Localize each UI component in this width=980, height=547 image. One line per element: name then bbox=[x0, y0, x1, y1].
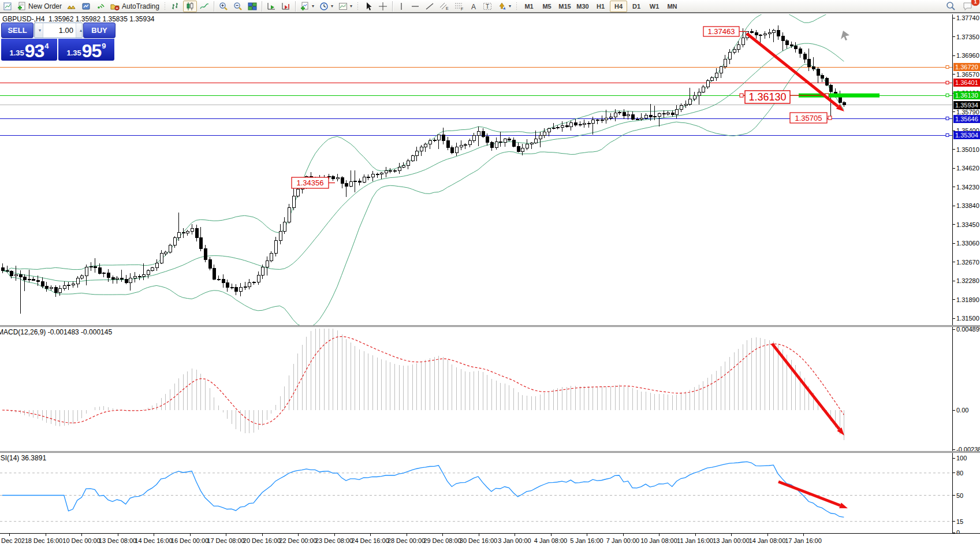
periods-button[interactable]: ▾ bbox=[317, 1, 336, 12]
zoom-out-icon bbox=[233, 2, 243, 11]
line-chart-icon bbox=[200, 2, 209, 11]
new-order-button[interactable]: New Order bbox=[15, 1, 64, 12]
time-label: 14 Jan 08:00 bbox=[749, 537, 786, 544]
horizontal-line-tool-button[interactable] bbox=[408, 1, 422, 12]
svg-text:T: T bbox=[486, 3, 489, 10]
crosshair-icon bbox=[378, 2, 387, 11]
text-tool-button[interactable]: A bbox=[467, 1, 480, 12]
time-tick bbox=[659, 534, 659, 536]
templates-button[interactable]: ▾ bbox=[336, 1, 355, 12]
buy-button[interactable]: BUY bbox=[83, 23, 115, 38]
volume-input[interactable] bbox=[43, 23, 76, 38]
tile-windows-button[interactable] bbox=[245, 1, 259, 12]
trend-arrow bbox=[772, 344, 839, 429]
time-tick bbox=[370, 534, 371, 536]
price-axis[interactable]: 1.377401.373501.369601.365701.361801.357… bbox=[952, 14, 979, 533]
vertical-line-tool-button[interactable] bbox=[395, 1, 408, 12]
rsi-pane[interactable]: RSI(14) 36.3891 bbox=[0, 453, 953, 533]
time-label: 3 Jan 00:00 bbox=[498, 537, 531, 544]
pane-splitter[interactable] bbox=[0, 451, 980, 453]
line-chart-type-button[interactable] bbox=[198, 1, 211, 12]
time-axis[interactable]: Dec 20218 Dec 16:0010 Dec 00:0013 Dec 08… bbox=[0, 533, 980, 547]
timeframe-m30[interactable]: M30 bbox=[574, 1, 591, 12]
macd-pane[interactable]: MACD(12,26,9) -0.001483 -0.000145 bbox=[0, 327, 953, 451]
svg-text:A: A bbox=[471, 2, 476, 10]
gold-icon bbox=[67, 2, 76, 11]
chart-shift-button[interactable] bbox=[279, 1, 293, 12]
pane-splitter[interactable] bbox=[0, 325, 980, 327]
timeframe-mn[interactable]: MN bbox=[664, 1, 681, 12]
new-order-icon bbox=[17, 2, 27, 11]
text-icon: A bbox=[469, 2, 478, 11]
candlestick-chart[interactable]: 1.374631.361301.357051.34356 bbox=[0, 14, 953, 325]
toolbar-grip[interactable] bbox=[516, 2, 518, 11]
macd-chart[interactable] bbox=[0, 327, 953, 451]
toolbar-grip[interactable] bbox=[357, 2, 359, 11]
main-chart-pane[interactable]: 1.374631.361301.357051.34356 GBPUSD-,H4 … bbox=[0, 14, 953, 325]
price-tick: 1.36960 bbox=[953, 51, 979, 59]
gold-button[interactable] bbox=[65, 1, 79, 12]
time-tick bbox=[154, 534, 154, 536]
sell-price-display[interactable]: 1.35 93 4 bbox=[1, 39, 57, 61]
new-chart-button[interactable]: ▾ bbox=[298, 1, 316, 12]
macd-label: MACD(12,26,9) -0.001483 -0.000145 bbox=[0, 328, 112, 336]
arrows-icon bbox=[497, 2, 506, 11]
timeframe-m1[interactable]: M1 bbox=[520, 1, 538, 12]
volume-decrease-button[interactable]: ▾ bbox=[35, 23, 43, 38]
publish-chart-button[interactable] bbox=[79, 1, 93, 12]
time-tick bbox=[9, 534, 10, 536]
cursor-tool-button[interactable] bbox=[362, 1, 375, 12]
crosshair-tool-button[interactable] bbox=[376, 1, 390, 12]
price-annotation-label: 1.35705 bbox=[795, 114, 822, 122]
price-tick: 1.31890 bbox=[953, 296, 979, 304]
auto-scroll-button[interactable] bbox=[264, 1, 278, 12]
toolbar-grip[interactable] bbox=[164, 2, 166, 11]
rsi-chart[interactable] bbox=[0, 453, 953, 533]
dropdown-caret-icon: ▾ bbox=[350, 3, 352, 9]
current-price-badge: 1.35934 bbox=[953, 101, 980, 109]
time-tick bbox=[767, 534, 768, 536]
timeframe-d1[interactable]: D1 bbox=[628, 1, 645, 12]
timeframe-h4[interactable]: H4 bbox=[610, 1, 627, 12]
arrows-tool-button[interactable]: ▾ bbox=[495, 1, 513, 12]
equidistant-channel-tool-button[interactable]: E bbox=[437, 1, 452, 12]
timeframe-m15[interactable]: M15 bbox=[556, 1, 573, 12]
chart-window-icon[interactable] bbox=[1, 1, 14, 12]
time-tick bbox=[46, 534, 46, 536]
signal-button[interactable] bbox=[94, 1, 107, 12]
candlestick-chart-type-button[interactable] bbox=[183, 1, 197, 12]
sell-button[interactable]: SELL bbox=[1, 23, 33, 38]
volume-increase-button[interactable]: ▴ bbox=[76, 23, 83, 38]
time-tick bbox=[442, 534, 443, 536]
text-label-icon: T bbox=[483, 2, 492, 11]
trendline-tool-button[interactable] bbox=[423, 1, 437, 12]
chart-header: GBPUSD-,H4 1.35962 1.35982 1.35835 1.359… bbox=[2, 15, 155, 23]
text-label-tool-button[interactable]: T bbox=[480, 1, 494, 12]
new-order-label: New Order bbox=[28, 2, 62, 10]
timeframe-m5[interactable]: M5 bbox=[538, 1, 556, 12]
new-chart-icon bbox=[300, 2, 310, 11]
autotrading-button[interactable]: AutoTrading bbox=[108, 1, 162, 12]
time-label: 5 Jan 16:00 bbox=[570, 537, 603, 544]
timeframe-w1[interactable]: W1 bbox=[646, 1, 663, 12]
clock-icon bbox=[319, 2, 329, 11]
time-label: 14 Dec 16:00 bbox=[135, 537, 172, 544]
candlestick-chart-icon bbox=[185, 2, 195, 11]
time-label: 17 Jan 16:00 bbox=[785, 537, 822, 544]
zoom-in-button[interactable] bbox=[217, 1, 230, 12]
search-icon bbox=[946, 1, 956, 11]
time-label: 23 Dec 08:00 bbox=[315, 537, 353, 544]
time-tick bbox=[731, 534, 732, 536]
price-tick: 1.33840 bbox=[953, 202, 979, 210]
time-label: 20 Dec 16:00 bbox=[243, 537, 281, 544]
fibonacci-tool-button[interactable]: F bbox=[452, 1, 467, 12]
buy-price-display[interactable]: 1.35 95 9 bbox=[58, 39, 114, 61]
time-label: 13 Jan 00:00 bbox=[713, 537, 750, 544]
time-label: 22 Dec 00:00 bbox=[279, 537, 316, 544]
zoom-out-button[interactable] bbox=[231, 1, 245, 12]
svg-text:F: F bbox=[461, 6, 463, 10]
search-button[interactable] bbox=[944, 1, 958, 12]
timeframe-h1[interactable]: H1 bbox=[592, 1, 609, 12]
bar-chart-type-button[interactable] bbox=[169, 1, 182, 12]
time-label: 8 Dec 16:00 bbox=[28, 537, 62, 544]
